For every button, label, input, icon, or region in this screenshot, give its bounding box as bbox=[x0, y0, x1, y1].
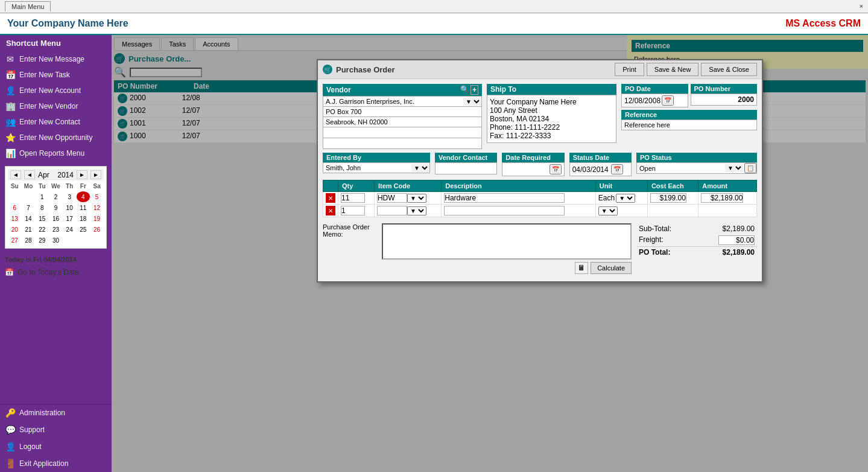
calculate-button[interactable]: Calculate bbox=[591, 262, 632, 274]
po-date-number-row: PO Date 12/08/2008 📅 PO Number 2000 bbox=[621, 84, 757, 107]
cal-cell[interactable]: 15 bbox=[35, 213, 49, 224]
cal-cell[interactable]: 11 bbox=[77, 202, 90, 213]
cal-cell[interactable]: 23 bbox=[49, 224, 63, 235]
goto-today-button[interactable]: 📅 Go to Today's Date bbox=[0, 266, 112, 279]
subtotal-label: Sub-Total: bbox=[639, 225, 671, 233]
sidebar-title: Shortcut Menu bbox=[0, 35, 112, 51]
cal-cell[interactable]: 10 bbox=[63, 202, 77, 213]
cal-cell[interactable]: 14 bbox=[22, 213, 36, 224]
cal-cell[interactable]: 3 bbox=[63, 191, 77, 202]
cal-cell[interactable]: 7 bbox=[22, 202, 36, 213]
cal-cell[interactable]: 5 bbox=[90, 191, 104, 202]
unit-dropdown[interactable]: ▼ bbox=[616, 194, 635, 203]
cal-cell[interactable]: 30 bbox=[49, 235, 63, 246]
cal-cell[interactable]: 1 bbox=[35, 191, 49, 202]
cal-cell[interactable]: 26 bbox=[90, 224, 104, 235]
item-code-input-2[interactable] bbox=[377, 206, 407, 215]
entered-by-dropdown[interactable]: ▼ bbox=[411, 164, 429, 172]
sidebar-item-opportunity[interactable]: ⭐ Enter New Opportunity bbox=[0, 130, 112, 145]
po-date-picker[interactable]: 📅 bbox=[662, 95, 674, 106]
cal-cell[interactable] bbox=[63, 235, 77, 246]
po-status-input[interactable] bbox=[637, 164, 725, 173]
memo-textarea[interactable] bbox=[382, 223, 632, 260]
sidebar-item-label: Enter New Account bbox=[19, 86, 81, 95]
cal-cell[interactable]: 27 bbox=[8, 235, 22, 246]
po-status-extra[interactable]: 📋 bbox=[744, 163, 756, 173]
sidebar-item-vendor[interactable]: 🏢 Enter New Vendor bbox=[0, 98, 112, 114]
status-date-picker[interactable]: 📅 bbox=[611, 164, 623, 174]
qty-input-2[interactable] bbox=[341, 206, 365, 215]
cal-cell[interactable]: 29 bbox=[35, 235, 49, 246]
vendor-name-input[interactable] bbox=[323, 97, 463, 106]
cal-cell[interactable] bbox=[22, 191, 36, 202]
vendor-name-row: ▼ bbox=[323, 96, 482, 107]
save-close-button[interactable]: Save & Close bbox=[701, 63, 757, 76]
cal-prev-year[interactable]: ◄ bbox=[10, 170, 21, 179]
delete-row-button[interactable]: ✕ bbox=[326, 193, 335, 203]
cal-today[interactable]: 4 bbox=[77, 191, 90, 202]
cal-next-month[interactable]: ► bbox=[77, 170, 87, 179]
delete-row-2-button[interactable]: ✕ bbox=[326, 206, 335, 215]
cal-cell[interactable]: 2 bbox=[49, 191, 63, 202]
sidebar-item-exit[interactable]: 🚪 Exit Application bbox=[0, 455, 112, 472]
qty-input[interactable] bbox=[341, 193, 365, 203]
sidebar-item-logout[interactable]: 👤 Logout bbox=[0, 438, 112, 455]
cal-cell[interactable]: 8 bbox=[35, 202, 49, 213]
cal-cell[interactable]: 20 bbox=[8, 224, 22, 235]
freight-input[interactable] bbox=[718, 235, 755, 245]
cal-cell[interactable]: 28 bbox=[22, 235, 36, 246]
amount-input[interactable] bbox=[701, 193, 743, 203]
cal-cell[interactable]: 24 bbox=[63, 224, 77, 235]
item-code-dropdown-2[interactable]: ▼ bbox=[407, 206, 426, 215]
po-dialog-buttons: Print Save & New Save & Close bbox=[615, 63, 757, 76]
cal-next-year[interactable]: ► bbox=[90, 170, 101, 179]
cal-cell[interactable] bbox=[90, 235, 104, 246]
sidebar-item-task[interactable]: 📅 Enter New Task bbox=[0, 67, 112, 83]
cost-each-input[interactable] bbox=[650, 193, 686, 203]
ship-to-line4: Phone: 111-111-2222 bbox=[490, 123, 613, 132]
reference-input[interactable] bbox=[621, 120, 757, 130]
date-required-picker[interactable]: 📅 bbox=[550, 164, 562, 174]
cal-cell[interactable]: 6 bbox=[8, 202, 22, 213]
po-status-field: ▼ 📋 bbox=[636, 162, 757, 174]
unit-dropdown-2[interactable]: ▼ bbox=[598, 206, 618, 215]
print-button[interactable]: Print bbox=[615, 63, 644, 76]
status-date-section: Status Date 04/03/2014 📅 bbox=[569, 153, 632, 176]
description-input-2[interactable] bbox=[444, 206, 565, 215]
cal-cell[interactable]: 22 bbox=[35, 224, 49, 235]
sidebar-item-support[interactable]: 💬 Support bbox=[0, 421, 112, 438]
ship-to-line3: Boston, MA 02134 bbox=[490, 115, 613, 123]
window-close-button[interactable]: × bbox=[860, 2, 863, 10]
cal-cell[interactable]: 13 bbox=[8, 213, 22, 224]
sidebar-item-admin[interactable]: 🔑 Administration bbox=[0, 404, 112, 421]
cal-prev-month[interactable]: ◄ bbox=[24, 170, 35, 179]
sidebar-item-account[interactable]: 👤 Enter New Account bbox=[0, 83, 112, 98]
sidebar-item-contact[interactable]: 👥 Enter New Contact bbox=[0, 114, 112, 130]
cal-cell[interactable] bbox=[8, 191, 22, 202]
cal-cell[interactable]: 21 bbox=[22, 224, 36, 235]
line-item-row-2: ✕ ▼ bbox=[323, 205, 757, 217]
main-menu-tab[interactable]: Main Menu bbox=[5, 1, 51, 11]
cal-cell[interactable]: 19 bbox=[90, 213, 104, 224]
po-status-dropdown[interactable]: ▼ bbox=[725, 164, 743, 172]
cal-cell[interactable]: 17 bbox=[63, 213, 77, 224]
item-code-input[interactable] bbox=[377, 193, 407, 203]
vendor-name-dropdown[interactable]: ▼ bbox=[463, 98, 481, 106]
item-code-dropdown[interactable]: ▼ bbox=[407, 194, 426, 203]
vendor-search-icon[interactable]: 🔍 bbox=[460, 85, 469, 95]
cal-cell[interactable]: 16 bbox=[49, 213, 63, 224]
unit-cell-2: ▼ bbox=[595, 205, 647, 217]
cal-cell[interactable]: 12 bbox=[90, 202, 104, 213]
cal-cell[interactable]: 9 bbox=[49, 202, 63, 213]
sidebar-item-reports[interactable]: 📊 Open Reports Menu bbox=[0, 145, 112, 161]
cal-cell[interactable]: 18 bbox=[77, 213, 90, 224]
vendor-add-icon[interactable]: + bbox=[470, 85, 478, 95]
save-new-button[interactable]: Save & New bbox=[647, 63, 699, 76]
description-input[interactable] bbox=[444, 193, 565, 203]
sidebar-item-message[interactable]: ✉ Enter New Message bbox=[0, 51, 112, 67]
po-total-label: PO Total: bbox=[639, 248, 670, 257]
calculator-icon-button[interactable]: 🖩 bbox=[575, 262, 588, 274]
cal-cell[interactable]: 25 bbox=[77, 224, 90, 235]
cal-cell[interactable] bbox=[77, 235, 90, 246]
entered-by-input[interactable] bbox=[323, 163, 411, 173]
